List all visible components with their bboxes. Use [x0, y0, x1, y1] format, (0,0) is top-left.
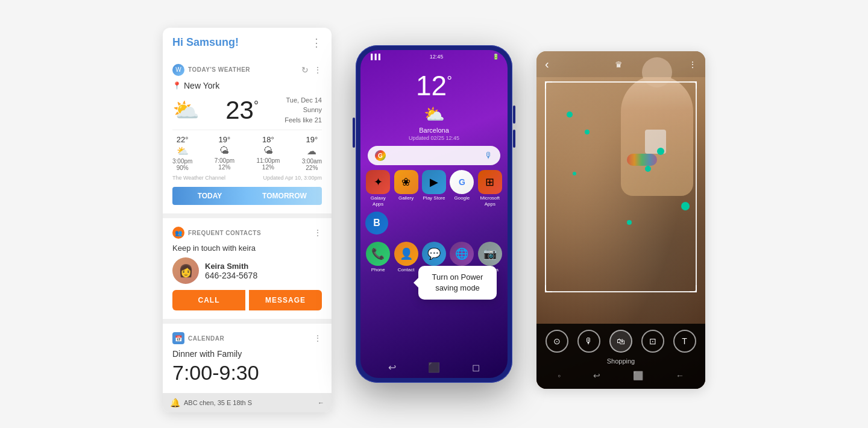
location-icon: ⊙	[553, 336, 561, 346]
contact-name: Keira Smith	[205, 262, 257, 271]
back-arrow-icon[interactable]: ←	[318, 399, 324, 406]
image-action-btn[interactable]: ⊡	[641, 330, 664, 353]
tab-today[interactable]: TODAY	[172, 187, 247, 205]
left-panel: Hi Samsung! ⋮ W TODAY'S WEATHER ↻ ⋮ 📍 Ne…	[163, 28, 332, 413]
phone-weather-icon: ⛅	[360, 104, 508, 124]
calendar-more-icon[interactable]: ⋮	[313, 333, 322, 343]
calendar-time: 7:00-9:30	[172, 361, 322, 385]
app-play-store[interactable]: ▶ Play Store	[421, 170, 447, 207]
contact-icon: 👤	[394, 242, 418, 266]
google-icon: G	[375, 150, 386, 161]
weather-tabs: TODAY TOMORROW	[172, 187, 322, 205]
corner-tr	[690, 81, 697, 89]
play-store-icon: ▶	[422, 170, 446, 194]
message-button[interactable]: MESSAGE	[249, 290, 322, 310]
calendar-section-label: CALENDAR	[188, 335, 224, 342]
shopping-action-btn[interactable]: 🛍	[609, 330, 632, 353]
teal-dot	[681, 202, 690, 210]
back-icon[interactable]: ‹	[545, 57, 549, 71]
contacts-header-left: 👥 FREQUENT CONTACTS	[172, 227, 261, 239]
temp-info: Tue, Dec 14 Sunny Feels like 21	[285, 95, 322, 125]
weather-more-icon[interactable]: ⋮	[313, 65, 322, 75]
phone-updated: Updated 02/25 12:45	[360, 135, 508, 141]
photo-background: ‹ ♛ ⋮	[536, 51, 705, 389]
contacts-more-icon[interactable]: ⋮	[313, 228, 322, 238]
recents-nav-btn[interactable]: ◻	[472, 362, 480, 373]
action-icons-row: ⊙ 🎙 🛍 ⊡ T	[541, 330, 700, 353]
pin-icon: 📍	[172, 81, 181, 90]
microsoft-label: MicrosoftApps	[480, 195, 500, 207]
refresh-icon[interactable]: ↻	[301, 65, 309, 75]
contact-phone: 646-234-5678	[205, 271, 257, 280]
phone-location: Barcelona	[360, 127, 508, 134]
phone-wrapper: ▐▐▐ 12:45 🔋 12° ⛅ Barcelona Updated 02/2…	[356, 45, 512, 383]
google-app-icon: G	[450, 170, 474, 194]
bottom-bar: 🔔 ABC chen, 35 E 18th S ←	[163, 393, 332, 412]
phone-device: ▐▐▐ 12:45 🔋 12° ⛅ Barcelona Updated 02/2…	[356, 45, 512, 383]
galaxy-apps-label: GalaxyApps	[371, 195, 386, 207]
audio-action-btn[interactable]: 🎙	[577, 330, 600, 353]
temp-forecast: 22° ⛅ 3:00pm 90% 19° 🌤 7:00pm 12% 18° 🌤 …	[172, 130, 322, 171]
status-bar: ▐▐▐ 12:45 🔋	[360, 50, 508, 60]
teal-dot	[567, 112, 573, 118]
corner-br	[690, 285, 697, 292]
teal-dot	[585, 130, 590, 134]
call-button[interactable]: CALL	[172, 290, 245, 310]
tab-tomorrow[interactable]: TOMORROW	[247, 187, 322, 205]
audio-icon: 🎙	[585, 336, 593, 346]
app-gallery[interactable]: ❀ Gallery	[393, 170, 418, 207]
vol-up-button[interactable]	[513, 105, 515, 124]
phone-search-bar[interactable]: G 🎙	[368, 146, 500, 165]
weather-section: W TODAY'S WEATHER ↻ ⋮ 📍 New York ⛅ 23° T…	[163, 55, 332, 219]
teal-dot	[657, 148, 664, 155]
bottom-bar-left: 🔔 ABC chen, 35 E 18th S	[170, 398, 252, 408]
forecast-item: 18° 🌤 11:00pm 12%	[256, 135, 280, 171]
text-action-btn[interactable]: T	[673, 330, 696, 353]
back-nav-btn[interactable]: ↩	[388, 362, 396, 373]
contact-info: Keira Smith 646-234-5678	[205, 262, 257, 280]
power-button[interactable]	[353, 118, 355, 148]
app-phone[interactable]: 📞 Phone	[365, 242, 391, 273]
google-label: Google	[454, 195, 470, 201]
weather-header: W TODAY'S WEATHER ↻ ⋮	[172, 64, 322, 76]
location-action-btn[interactable]: ⊙	[546, 330, 568, 353]
mic-icon[interactable]: 🎙	[485, 151, 493, 160]
image-icon: ⊡	[649, 336, 656, 346]
bixby-icon[interactable]: B	[365, 212, 388, 234]
power-saving-tooltip: Turn on Power saving mode	[418, 266, 497, 300]
app-google[interactable]: G Google	[449, 170, 474, 207]
temp-main-row: ⛅ 23° Tue, Dec 14 Sunny Feels like 21	[172, 95, 322, 125]
galaxy-apps-icon: ✦	[366, 170, 390, 194]
phone-screen: ▐▐▐ 12:45 🔋 12° ⛅ Barcelona Updated 02/2…	[360, 50, 508, 378]
apps-row-1: ✦ GalaxyApps ❀ Gallery ▶ Play Store G Go…	[360, 170, 508, 207]
phone-time-display: 12°	[360, 66, 508, 102]
gallery-icon: ❀	[394, 170, 418, 194]
weather-big-icon: ⛅	[172, 98, 200, 123]
home-nav-btn[interactable]: ⬛	[428, 362, 440, 373]
more-options-icon[interactable]: ⋮	[311, 36, 322, 49]
vol-down-button[interactable]	[513, 130, 515, 148]
action-label-row: Shopping	[541, 357, 700, 365]
bottom-bar-text: ABC chen, 35 E 18th S	[184, 399, 252, 406]
forecast-item: 19° ☁ 3:00am 22%	[302, 135, 322, 171]
more-icon[interactable]: ⋮	[688, 60, 697, 69]
app-galaxy-apps[interactable]: ✦ GalaxyApps	[365, 170, 391, 207]
search-input[interactable]	[389, 156, 481, 156]
phone-app-icon: 📞	[366, 242, 390, 266]
weather-header-right: ↻ ⋮	[301, 65, 322, 75]
internet-icon: 🌐	[450, 242, 474, 266]
app-contact[interactable]: 👤 Contact	[393, 242, 418, 273]
contacts-section-label: FREQUENT CONTACTS	[188, 230, 261, 236]
battery-icons: 🔋	[492, 54, 499, 60]
battery-icon: 🔋	[492, 54, 499, 60]
hi-samsung-header: Hi Samsung! ⋮	[163, 28, 332, 55]
weather-section-label: TODAY'S WEATHER	[188, 66, 250, 73]
home-nav-btn-right[interactable]: ⬜	[633, 371, 643, 380]
app-microsoft[interactable]: ⊞ MicrosoftApps	[477, 170, 503, 207]
calendar-header: 📅 CALENDAR ⋮	[172, 332, 322, 344]
back-nav-btn-right[interactable]: ←	[676, 371, 684, 380]
dot-nav-btn[interactable]: ◦	[558, 371, 561, 380]
shopping-icon: 🛍	[617, 336, 625, 346]
recent-nav-btn[interactable]: ↩	[593, 371, 600, 380]
phone-app-label: Phone	[371, 267, 385, 273]
